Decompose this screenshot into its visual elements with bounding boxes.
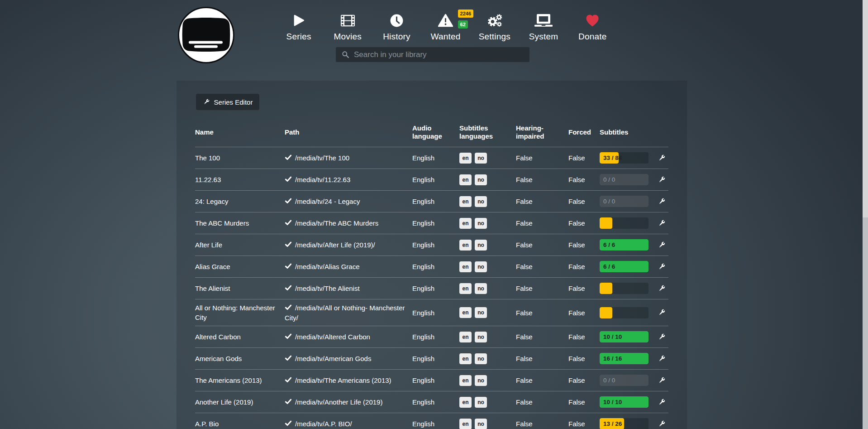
- edit-series-button[interactable]: [658, 263, 666, 271]
- subtitles-progress-bar: [600, 217, 649, 229]
- series-path: /media/tv/After Life (2019)/: [285, 240, 412, 250]
- hearing-impaired-value: False: [516, 175, 568, 184]
- bazarr-logo-icon: [177, 6, 235, 64]
- page-scrollbar[interactable]: [863, 0, 868, 429]
- subtitles-progress-cell: 6 / 6: [598, 239, 654, 251]
- series-name: A.P. Bio: [195, 419, 285, 429]
- subtitles-progress-fill: 0 / 0: [600, 174, 649, 185]
- language-badge: no: [475, 196, 487, 207]
- nav-label: History: [383, 32, 410, 42]
- hearing-impaired-value: False: [516, 153, 568, 163]
- series-name: The Alienist: [195, 284, 285, 293]
- nav-item-system[interactable]: System: [519, 7, 568, 42]
- edit-series-button[interactable]: [658, 308, 666, 317]
- hearing-impaired-value: False: [516, 308, 568, 318]
- series-path: /media/tv/A.P. BIO/: [285, 419, 412, 429]
- nav-item-wanted[interactable]: Wanted 2246 62: [421, 7, 470, 42]
- nav-item-movies[interactable]: Movies: [323, 7, 372, 42]
- series-path: /media/tv/All or Nothing- Manchester Cit…: [285, 303, 412, 323]
- edit-series-button[interactable]: [658, 241, 666, 249]
- subtitles-progress-label: 0 / 0: [603, 375, 615, 386]
- audio-language: English: [412, 376, 459, 385]
- subtitles-progress-cell: 13 / 26: [598, 418, 654, 429]
- hearing-impaired-value: False: [516, 376, 568, 385]
- subtitles-progress-bar: 13 / 26: [600, 418, 649, 429]
- subtitles-progress-cell: 0 / 0: [598, 196, 654, 207]
- subtitles-progress-cell: [598, 307, 654, 318]
- subtitles-progress-label: 13 / 26: [603, 418, 622, 429]
- wrench-icon: [658, 333, 666, 341]
- subtitles-progress-cell: 33 / 84: [598, 152, 654, 164]
- search-input[interactable]: [354, 50, 517, 59]
- column-header-audio: Audio language: [412, 124, 459, 140]
- nav-item-donate[interactable]: Donate: [568, 7, 617, 42]
- edit-series-button[interactable]: [658, 333, 666, 341]
- subtitles-progress-label: 10 / 10: [603, 396, 622, 408]
- subtitle-languages: enno: [459, 283, 516, 294]
- audio-language: English: [412, 175, 459, 184]
- row-actions: [654, 198, 668, 206]
- subtitles-progress-cell: 16 / 16: [598, 353, 654, 364]
- language-badge: en: [459, 353, 472, 364]
- scrollbar-thumb[interactable]: [863, 217, 868, 429]
- series-name: After Life: [195, 240, 285, 250]
- forced-value: False: [568, 419, 598, 429]
- series-path: /media/tv/Another Life (2019): [285, 397, 412, 407]
- series-name: Another Life (2019): [195, 397, 285, 407]
- subtitles-progress-fill: 6 / 6: [600, 239, 649, 251]
- series-row: The Americans (2013) /media/tv/The Ameri…: [195, 369, 668, 391]
- subtitles-progress-fill: [600, 307, 612, 318]
- subtitles-progress-cell: 0 / 0: [598, 375, 654, 386]
- series-row: American Gods /media/tv/American Gods En…: [195, 347, 668, 369]
- wanted-movies-badge: 62: [458, 20, 468, 29]
- subtitles-progress-cell: 10 / 10: [598, 331, 654, 342]
- audio-language: English: [412, 354, 459, 363]
- edit-series-button[interactable]: [658, 198, 666, 206]
- column-header-path: Path: [285, 128, 412, 136]
- audio-language: English: [412, 262, 459, 271]
- check-icon: [285, 175, 292, 185]
- series-editor-button[interactable]: Series Editor: [196, 94, 259, 110]
- subtitles-progress-bar: 6 / 6: [600, 261, 649, 272]
- edit-series-button[interactable]: [658, 398, 666, 406]
- hearing-impaired-value: False: [516, 332, 568, 342]
- series-path: /media/tv/Alias Grace: [285, 262, 412, 272]
- search-icon: [342, 51, 349, 58]
- edit-series-button[interactable]: [658, 284, 666, 293]
- series-name: Altered Carbon: [195, 332, 285, 342]
- edit-series-button[interactable]: [658, 154, 666, 162]
- row-actions: [654, 398, 668, 406]
- subtitles-progress-label: 0 / 0: [603, 196, 615, 207]
- edit-series-button[interactable]: [658, 219, 666, 227]
- subtitles-progress-bar: 33 / 84: [600, 152, 649, 164]
- series-path: /media/tv/The Alienist: [285, 284, 412, 294]
- forced-value: False: [568, 175, 598, 184]
- nav-item-series[interactable]: Series: [274, 7, 323, 42]
- subtitles-progress-bar: 0 / 0: [600, 375, 649, 386]
- nav-item-history[interactable]: History: [372, 7, 421, 42]
- nav-label: Donate: [578, 32, 606, 42]
- hearing-impaired-value: False: [516, 397, 568, 407]
- edit-series-button[interactable]: [658, 355, 666, 363]
- subtitles-progress-label: 6 / 6: [603, 239, 615, 251]
- row-actions: [654, 263, 668, 271]
- subtitles-progress-fill: [600, 217, 612, 229]
- nav-item-settings[interactable]: Settings: [470, 7, 519, 42]
- series-path: /media/tv/The ABC Murders: [285, 218, 412, 228]
- edit-series-button[interactable]: [658, 376, 666, 385]
- series-row: The Alienist /media/tv/The Alienist Engl…: [195, 277, 668, 299]
- language-badge: no: [475, 174, 487, 185]
- forced-value: False: [568, 284, 598, 293]
- table-header: Name Path Audio language Subtitles langu…: [195, 110, 668, 147]
- series-path: /media/tv/Altered Carbon: [285, 332, 412, 342]
- language-badge: en: [459, 419, 472, 429]
- edit-series-button[interactable]: [658, 176, 666, 184]
- language-badge: en: [459, 174, 472, 185]
- row-actions: [654, 308, 668, 317]
- edit-series-button[interactable]: [658, 420, 666, 428]
- forced-value: False: [568, 308, 598, 318]
- row-actions: [654, 420, 668, 428]
- series-name: 24: Legacy: [195, 197, 285, 206]
- app-logo[interactable]: [177, 6, 235, 64]
- language-badge: no: [475, 332, 487, 342]
